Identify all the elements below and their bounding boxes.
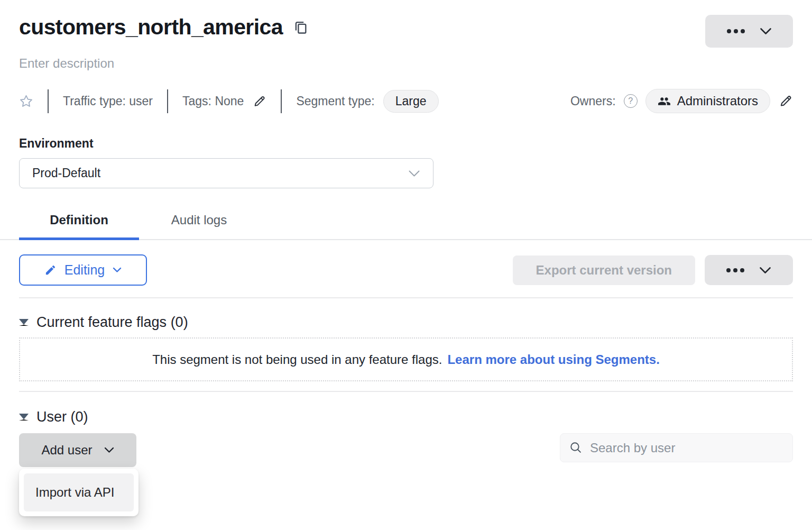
feature-flags-heading: Current feature flags (0) <box>36 314 188 331</box>
user-heading: User (0) <box>36 409 88 425</box>
star-icon <box>19 94 33 108</box>
page-title: customers_north_america <box>19 15 283 40</box>
user-search-box <box>560 433 793 462</box>
add-user-button[interactable]: Add user <box>19 433 136 467</box>
environment-label: Environment <box>19 136 793 151</box>
pencil-icon <box>44 264 57 276</box>
editing-label: Editing <box>64 262 105 278</box>
add-user-menu: Import via API <box>19 469 139 516</box>
tags-label: Tags: None <box>182 94 244 108</box>
vertical-divider <box>281 89 282 113</box>
edit-tags-button[interactable] <box>252 94 266 108</box>
user-controls: Add user Import via API <box>19 433 793 467</box>
add-user-label: Add user <box>41 443 92 458</box>
edit-owners-button[interactable] <box>778 94 793 108</box>
empty-state-text: This segment is not being used in any fe… <box>152 352 442 367</box>
section-divider <box>19 391 793 392</box>
environment-selected-value: Prod-Default <box>32 166 100 180</box>
copy-name-button[interactable] <box>293 20 308 35</box>
environment-select[interactable]: Prod-Default <box>19 158 433 188</box>
chevron-down-icon <box>113 267 122 273</box>
ellipsis-icon <box>727 29 745 33</box>
copy-icon <box>293 20 308 35</box>
definition-toolbar: Editing Export current version <box>19 254 793 286</box>
owners-chip: Administrators <box>645 89 770 113</box>
collapse-caret-icon[interactable] <box>19 414 29 421</box>
feature-flags-empty-state: This segment is not being used in any fe… <box>19 337 793 381</box>
header-more-button[interactable] <box>705 15 793 48</box>
user-section-header: User (0) <box>19 409 793 425</box>
feature-flags-section-header: Current feature flags (0) <box>19 314 793 331</box>
vertical-divider <box>167 89 168 113</box>
pencil-icon <box>778 94 793 108</box>
owners-label: Owners: <box>570 94 616 108</box>
export-current-version-button[interactable]: Export current version <box>513 255 695 285</box>
search-icon <box>569 441 583 455</box>
segment-type-label: Segment type: <box>296 94 374 108</box>
traffic-type-label: Traffic type: user <box>63 94 153 108</box>
tab-definition[interactable]: Definition <box>19 213 139 239</box>
segment-type-badge: Large <box>383 90 439 113</box>
description-input[interactable]: Enter description <box>19 56 793 71</box>
editing-status-dropdown[interactable]: Editing <box>19 254 147 286</box>
pencil-icon <box>252 94 266 108</box>
tab-audit-logs[interactable]: Audit logs <box>139 213 259 239</box>
owners-value: Administrators <box>677 94 758 108</box>
chevron-down-icon <box>104 447 114 453</box>
chevron-down-icon <box>759 267 771 274</box>
definition-more-button[interactable] <box>705 255 793 285</box>
vertical-divider <box>48 89 49 113</box>
menu-item-import-via-api[interactable]: Import via API <box>24 473 134 511</box>
favorite-star-button[interactable] <box>19 94 33 108</box>
user-search-input[interactable] <box>589 440 787 456</box>
chevron-down-icon <box>760 28 772 35</box>
learn-more-link[interactable]: Learn more about using Segments. <box>447 352 659 367</box>
chevron-down-icon <box>408 170 420 177</box>
ellipsis-icon <box>726 268 744 272</box>
page-header: customers_north_america Enter descriptio… <box>0 0 812 188</box>
people-icon <box>658 95 671 108</box>
meta-row: Traffic type: user Tags: None Segment ty… <box>19 89 793 113</box>
owners-help-icon[interactable]: ? <box>624 94 638 108</box>
section-divider <box>19 297 793 298</box>
collapse-caret-icon[interactable] <box>19 319 29 326</box>
tab-bar: Definition Audit logs <box>0 213 812 240</box>
